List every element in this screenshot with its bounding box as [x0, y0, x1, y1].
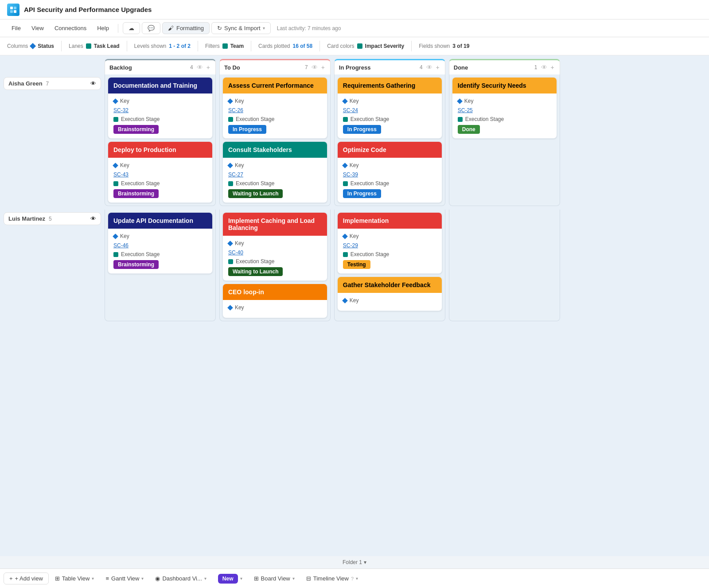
- done-add-btn[interactable]: +: [550, 63, 555, 72]
- grid-icon: [86, 43, 91, 49]
- card-ceo-header: CEO loop-in: [223, 284, 327, 300]
- col-title-todo: To Do: [224, 64, 302, 71]
- card-ceo-body: Key: [223, 300, 327, 318]
- column-header-todo: To Do 7 👁 +: [219, 59, 331, 74]
- app-title: API Security and Performance Upgrades: [24, 6, 152, 13]
- key-icon-ceo: [227, 305, 233, 311]
- toolbar-div-4: [251, 41, 251, 51]
- card-sc32[interactable]: Documentation and Training Key SC-32 Exe…: [108, 77, 213, 139]
- col-count-inprogress: 4: [420, 64, 423, 70]
- card-sc39-header: Optimize Code: [338, 142, 442, 158]
- key-icon-sc46: [113, 234, 118, 239]
- card-sc43[interactable]: Deploy to Production Key SC-43 Execution: [108, 141, 213, 203]
- card-ceo-loopin[interactable]: CEO loop-in Key: [222, 284, 327, 318]
- stage-icon-sc40: [228, 259, 233, 264]
- card-sc43-badge: Brainstorming: [113, 189, 207, 198]
- toolbar-levels[interactable]: Levels shown 1 - 2 of 2: [134, 43, 191, 49]
- card-sc32-badge: Brainstorming: [113, 125, 207, 134]
- fields-value: 3 of 19: [452, 43, 469, 49]
- folder-chevron-icon: ▾: [364, 559, 366, 560]
- card-gather-stakeholder[interactable]: Gather Stakeholder Feedback Key: [337, 276, 442, 311]
- card-sc40[interactable]: Implement Caching and Load Balancing Key…: [222, 212, 327, 281]
- toolbar-div-2: [127, 41, 127, 51]
- col-actions-inprogress: 👁 +: [425, 63, 440, 72]
- col-title-inprogress: In Progress: [339, 64, 417, 71]
- card-sc26[interactable]: Assess Current Performance Key SC-26 Exe…: [222, 77, 327, 139]
- aisha-todo-cell: Assess Current Performance Key SC-26 Exe…: [219, 74, 331, 206]
- menu-view[interactable]: View: [27, 23, 48, 33]
- card-sc40-body: Key SC-40 Execution Stage Waiting to Lau…: [223, 236, 327, 280]
- card-sc43-key-field: Key: [113, 162, 207, 168]
- lane-luis-count: 5: [49, 216, 52, 222]
- inprogress-hide-btn[interactable]: 👁: [425, 63, 433, 72]
- levels-label: Levels shown: [134, 43, 167, 49]
- card-sc26-body: Key SC-26 Execution Stage In Progress: [223, 93, 327, 138]
- luis-todo-cell: Implement Caching and Load Balancing Key…: [219, 210, 331, 321]
- card-sc25[interactable]: Identify Security Needs Key SC-25 Execut…: [452, 77, 557, 139]
- card-sc46-header: Update API Documentation: [108, 213, 212, 229]
- todo-add-btn[interactable]: +: [320, 63, 326, 72]
- menu-connections[interactable]: Connections: [50, 23, 91, 33]
- stage-icon-sc39: [343, 181, 348, 186]
- stage-icon-sc25: [458, 117, 463, 122]
- sync-btn[interactable]: ↻ Sync & Import ▾: [211, 22, 271, 34]
- toolbar-colors[interactable]: Card colors Impact Severity: [327, 43, 404, 49]
- toolbar-div-3: [198, 41, 198, 51]
- column-header-backlog: Backlog 4 👁 +: [105, 59, 216, 74]
- stage-icon-sc46: [113, 252, 118, 257]
- lane-luis: Luis Martinez 5 👁 Update API Documentati…: [0, 210, 564, 325]
- toolbar-lanes[interactable]: Lanes Task Lead: [69, 43, 120, 49]
- lane-luis-name: Luis Martinez: [8, 215, 45, 222]
- col-actions-backlog: 👁 +: [196, 63, 211, 72]
- key-icon-sc24: [342, 98, 348, 104]
- comment-btn[interactable]: 💬: [142, 22, 160, 34]
- svg-rect-2: [10, 10, 13, 13]
- toolbar-filters[interactable]: Filters Team: [205, 43, 244, 49]
- todo-hide-btn[interactable]: 👁: [311, 63, 319, 72]
- col-count-todo: 7: [305, 64, 308, 70]
- backlog-hide-btn[interactable]: 👁: [196, 63, 204, 72]
- backlog-add-btn[interactable]: +: [206, 63, 211, 72]
- lane-aisha-count: 7: [46, 81, 49, 87]
- luis-eye-icon: 👁: [90, 215, 96, 222]
- toolbar-div-6: [411, 41, 412, 51]
- col-title-backlog: Backlog: [109, 64, 187, 71]
- card-sc32-body: Key SC-32 Execution Stage Brainstorming: [108, 93, 212, 138]
- toolbar-div-1: [61, 41, 62, 51]
- card-sc24[interactable]: Requirements Gathering Key SC-24 Executi…: [337, 77, 442, 139]
- key-diamond-icon-2: [113, 163, 118, 168]
- card-sc46-body: Key SC-46 Execution Stage Brainstorming: [108, 229, 212, 273]
- key-icon-sc27: [227, 163, 233, 168]
- column-header-done: Done 1 👁 +: [449, 59, 560, 74]
- formatting-btn[interactable]: 🖌 Formatting: [162, 22, 210, 34]
- toolbar-fields[interactable]: Fields shown 3 of 19: [419, 43, 469, 49]
- cloud-btn[interactable]: ☁: [123, 22, 140, 34]
- inprogress-add-btn[interactable]: +: [435, 63, 440, 72]
- svg-rect-3: [14, 10, 16, 13]
- card-sc27[interactable]: Consult Stakeholders Key SC-27 Execution: [222, 141, 327, 203]
- card-sc39[interactable]: Optimize Code Key SC-39 Execution Stage: [337, 141, 442, 203]
- lane-aisha-name: Aisha Green: [8, 80, 43, 87]
- card-sc29-header: Implementation: [338, 213, 442, 229]
- done-hide-btn[interactable]: 👁: [540, 63, 548, 72]
- fields-label: Fields shown: [419, 43, 450, 49]
- stage-grid-icon-2: [113, 181, 118, 186]
- card-sc46[interactable]: Update API Documentation Key SC-46 Execu…: [108, 212, 213, 274]
- key-icon-gather: [342, 298, 348, 304]
- key-icon-sc26: [227, 98, 233, 104]
- menu-file[interactable]: File: [7, 23, 25, 33]
- column-header-inprogress: In Progress 4 👁 +: [334, 59, 445, 74]
- toolbar-cards[interactable]: Cards plotted 16 of 58: [258, 43, 312, 49]
- cards-label: Cards plotted: [258, 43, 290, 49]
- key-icon-sc25: [457, 98, 463, 104]
- menu-help[interactable]: Help: [93, 23, 113, 33]
- colors-value: Impact Severity: [357, 43, 405, 49]
- card-sc29[interactable]: Implementation Key SC-29 Execution Stage: [337, 212, 442, 274]
- card-sc43-header: Deploy to Production: [108, 142, 212, 158]
- toolbar-columns[interactable]: Columns Status: [7, 43, 54, 49]
- app-icon: [7, 4, 19, 16]
- aisha-eye-icon: 👁: [90, 80, 96, 87]
- columns-label: Columns: [7, 43, 28, 49]
- card-sc27-header: Consult Stakeholders: [223, 142, 327, 158]
- menu-bar: File View Connections Help ☁ 💬 🖌 Formatt…: [0, 19, 709, 37]
